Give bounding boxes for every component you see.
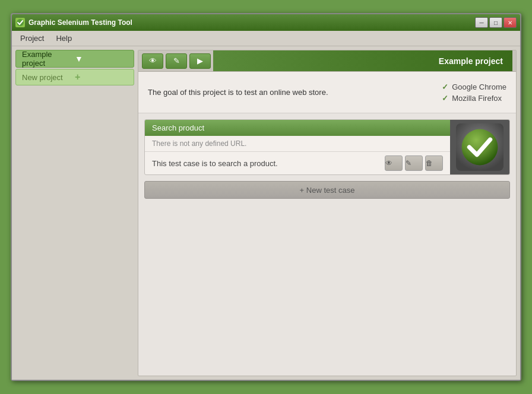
- menu-item-help[interactable]: Help: [50, 33, 78, 44]
- window-controls: ─ □ ✕: [475, 17, 517, 28]
- toolbar-title: Example project: [213, 50, 512, 71]
- test-case-actions: 👁 ✎ 🗑: [385, 155, 443, 171]
- eye-icon: 👁: [149, 56, 157, 65]
- test-view-button[interactable]: 👁: [385, 155, 403, 171]
- edit-button[interactable]: ✎: [166, 53, 187, 69]
- sidebar: Example project ▼ New project +: [15, 50, 134, 376]
- new-test-case-button[interactable]: + New test case: [144, 181, 510, 199]
- svg-point-2: [462, 129, 498, 166]
- chevron-down-icon: ▼: [75, 54, 128, 63]
- maximize-button[interactable]: □: [489, 17, 502, 28]
- project-description-area: The goal of this project is to test an o…: [138, 72, 516, 113]
- browser-list: ✓ Google Chrome ✓ Mozilla Firefox: [442, 82, 506, 103]
- test-case-description: This test case is to search a product.: [152, 159, 380, 168]
- trash-icon: 🗑: [426, 159, 442, 167]
- app-icon: [15, 18, 25, 27]
- menu-item-project[interactable]: Project: [14, 33, 50, 44]
- title-bar: Graphic Selenium Testing Tool ─ □ ✕: [12, 14, 520, 31]
- test-case-row: This test case is to search a product. 👁…: [145, 152, 450, 174]
- new-project-label: New project: [22, 73, 75, 82]
- check-icon-chrome: ✓: [442, 82, 448, 91]
- view-button[interactable]: 👁: [142, 53, 163, 69]
- window-title: Graphic Selenium Testing Tool: [28, 18, 475, 27]
- check-icon-firefox: ✓: [442, 94, 448, 103]
- browser-item-firefox: ✓ Mozilla Firefox: [442, 94, 506, 103]
- menu-bar: Project Help: [12, 31, 520, 46]
- test-edit-button[interactable]: ✎: [405, 155, 423, 171]
- browser-name-chrome: Google Chrome: [452, 82, 506, 91]
- test-delete-button[interactable]: 🗑: [425, 155, 443, 171]
- minimize-button[interactable]: ─: [475, 17, 488, 28]
- plus-icon: +: [75, 72, 128, 82]
- browser-item-chrome: ✓ Google Chrome: [442, 82, 506, 91]
- project-label: Example project: [22, 50, 75, 68]
- main-layout: Example project ▼ New project + 👁 ✎ ▶: [12, 46, 520, 380]
- project-description-text: The goal of this project is to test an o…: [148, 87, 430, 99]
- test-case-url: There is not any defined URL.: [145, 136, 450, 152]
- main-window: Graphic Selenium Testing Tool ─ □ ✕ Proj…: [11, 13, 521, 381]
- sidebar-new-project[interactable]: New project +: [15, 69, 134, 85]
- pencil-icon: ✎: [173, 56, 180, 65]
- test-card-main: Search product There is not any defined …: [145, 120, 450, 174]
- content-toolbar: 👁 ✎ ▶ Example project: [138, 50, 516, 72]
- play-icon: ▶: [197, 56, 203, 65]
- test-case-thumbnail: [450, 120, 509, 174]
- edit-icon: ✎: [406, 159, 422, 167]
- browser-name-firefox: Mozilla Firefox: [452, 94, 502, 103]
- run-button[interactable]: ▶: [189, 53, 211, 69]
- content-area: 👁 ✎ ▶ Example project The goal of this p…: [138, 50, 517, 376]
- test-section: Search product There is not any defined …: [138, 113, 516, 376]
- test-case-card: Search product There is not any defined …: [144, 119, 510, 175]
- test-case-name: Search product: [145, 120, 450, 136]
- close-button[interactable]: ✕: [504, 17, 517, 28]
- view-icon: 👁: [385, 159, 402, 167]
- sidebar-project[interactable]: Example project ▼: [15, 50, 134, 68]
